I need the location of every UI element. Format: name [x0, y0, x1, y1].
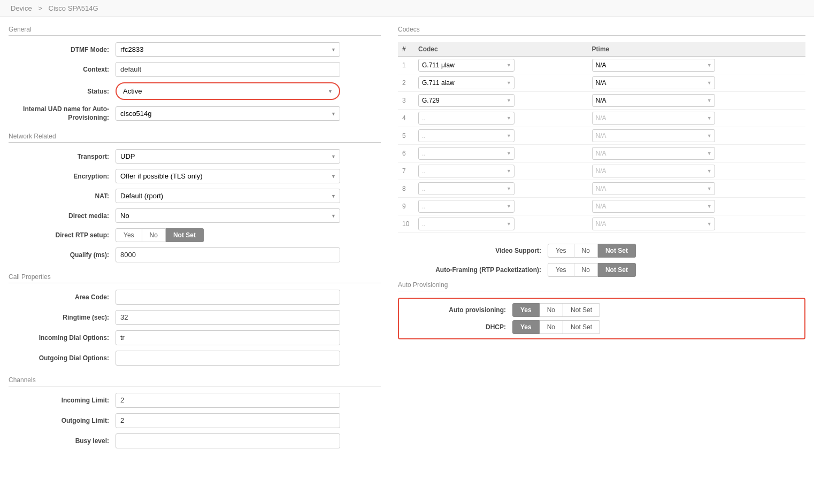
dtmf-row: DTMF Mode: rfc2833: [9, 42, 381, 57]
ptime-select-6[interactable]: N/A: [592, 147, 715, 160]
breadcrumb-part1[interactable]: Device: [11, 4, 32, 12]
codec-select-wrapper-5: ..: [418, 129, 514, 142]
uad-select[interactable]: cisco514g: [116, 106, 340, 121]
busy-level-value: [116, 433, 340, 448]
context-value: default: [116, 62, 340, 77]
codec-select-10[interactable]: ..: [418, 218, 514, 230]
codec-num-5: 5: [398, 127, 414, 145]
status-select-wrapper: Active: [119, 84, 337, 98]
context-row: Context: default: [9, 62, 381, 77]
ptime-select-5[interactable]: N/A: [592, 129, 715, 142]
dhcp-label: DHCP:: [405, 323, 512, 331]
direct-rtp-no[interactable]: No: [142, 228, 166, 242]
direct-rtp-yes[interactable]: Yes: [116, 228, 142, 242]
auto-prov-row: Auto provisioning: Yes No Not Set: [405, 303, 798, 317]
ptime-select-wrapper-6: N/A: [592, 147, 715, 160]
network-section-title: Network Related: [9, 133, 381, 143]
general-section: General DTMF Mode: rfc2833 Context: defa…: [9, 26, 381, 122]
codec-select-2[interactable]: G.711 alaw: [418, 76, 514, 89]
ptime-select-wrapper-3: N/A: [592, 94, 715, 107]
codec-select-3[interactable]: G.729: [418, 94, 514, 107]
auto-prov-btngroup: Yes No Not Set: [512, 303, 600, 317]
direct-media-row: Direct media: No: [9, 208, 381, 223]
ringtime-row: Ringtime (sec): 32: [9, 310, 381, 325]
autoframe-notset[interactable]: Not Set: [598, 263, 636, 277]
ptime-select-cell-7: N/A: [588, 162, 805, 180]
ptime-select-4[interactable]: N/A: [592, 112, 715, 125]
ptime-select-cell-4: N/A: [588, 110, 805, 127]
ptime-select-2[interactable]: N/A: [592, 76, 715, 89]
dhcp-btngroup: Yes No Not Set: [512, 320, 600, 334]
context-label: Context:: [9, 66, 116, 73]
codecs-section-title: Codecs: [398, 26, 805, 36]
ptime-select-cell-10: N/A: [588, 215, 805, 233]
codecs-section: Codecs # Codec Ptime 1G.711 μlawN/A2G.71…: [398, 26, 805, 233]
codec-select-5[interactable]: ..: [418, 129, 514, 142]
outgoing-limit-row: Outgoing Limit: 2: [9, 413, 381, 428]
ptime-select-9[interactable]: N/A: [592, 200, 715, 213]
video-support-label: Video Support:: [398, 247, 548, 254]
direct-rtp-notset[interactable]: Not Set: [166, 228, 204, 242]
codec-select-1[interactable]: G.711 μlaw: [418, 59, 514, 72]
codec-select-wrapper-9: ..: [418, 200, 514, 213]
dhcp-notset[interactable]: Not Set: [563, 320, 600, 334]
encryption-select[interactable]: Offer if possible (TLS only): [116, 169, 340, 183]
status-row: Status: Active: [9, 82, 381, 100]
codec-select-8[interactable]: ..: [418, 182, 514, 195]
video-notset[interactable]: Not Set: [598, 244, 636, 258]
ptime-select-cell-3: N/A: [588, 92, 805, 110]
codec-num-6: 6: [398, 145, 414, 162]
codec-row-1: 1G.711 μlawN/A: [398, 57, 805, 74]
outgoing-dial-label: Outgoing Dial Options:: [9, 354, 116, 362]
codec-select-wrapper-3: G.729: [418, 94, 514, 107]
video-yes[interactable]: Yes: [548, 244, 574, 258]
call-section-title: Call Properties: [9, 273, 381, 283]
codec-select-wrapper-10: ..: [418, 218, 514, 230]
codec-row-8: 8..N/A: [398, 180, 805, 198]
codec-select-9[interactable]: ..: [418, 200, 514, 213]
ptime-select-cell-9: N/A: [588, 198, 805, 215]
ptime-select-cell-2: N/A: [588, 74, 805, 92]
col-hash: #: [398, 42, 414, 57]
outgoing-dial-value: [116, 351, 340, 366]
auto-prov-notset[interactable]: Not Set: [563, 303, 600, 317]
status-select[interactable]: Active: [119, 84, 337, 98]
nat-select-wrapper: Default (rport): [116, 189, 340, 203]
dtmf-select[interactable]: rfc2833: [116, 42, 340, 57]
codec-select-4[interactable]: ..: [418, 112, 514, 125]
autoframe-no[interactable]: No: [574, 263, 598, 277]
ptime-select-1[interactable]: N/A: [592, 59, 715, 72]
codec-select-cell-1: G.711 μlaw: [414, 57, 588, 74]
auto-prov-section: Auto Provisioning Auto provisioning: Yes…: [398, 281, 805, 339]
ptime-select-10[interactable]: N/A: [592, 218, 715, 230]
dtmf-label: DTMF Mode:: [9, 46, 116, 53]
transport-select[interactable]: UDP: [116, 149, 340, 164]
codec-select-cell-4: ..: [414, 110, 588, 127]
ptime-select-cell-6: N/A: [588, 145, 805, 162]
autoframe-yes[interactable]: Yes: [548, 263, 574, 277]
ptime-select-7[interactable]: N/A: [592, 165, 715, 177]
codec-select-7[interactable]: ..: [418, 165, 514, 177]
breadcrumb: Device > Cisco SPA514G: [0, 0, 814, 17]
ptime-select-3[interactable]: N/A: [592, 94, 715, 107]
ptime-select-8[interactable]: N/A: [592, 182, 715, 195]
codec-select-cell-5: ..: [414, 127, 588, 145]
codec-select-6[interactable]: ..: [418, 147, 514, 160]
codec-row-7: 7..N/A: [398, 162, 805, 180]
status-control: Active: [116, 82, 340, 100]
auto-prov-yes[interactable]: Yes: [512, 303, 540, 317]
dhcp-yes[interactable]: Yes: [512, 320, 540, 334]
direct-media-label: Direct media:: [9, 212, 116, 220]
nat-select[interactable]: Default (rport): [116, 189, 340, 203]
general-section-title: General: [9, 26, 381, 36]
dhcp-no[interactable]: No: [540, 320, 563, 334]
auto-prov-no[interactable]: No: [540, 303, 563, 317]
col-codec: Codec: [414, 42, 588, 57]
encryption-label: Encryption:: [9, 173, 116, 180]
outgoing-limit-value: 2: [116, 413, 340, 428]
incoming-limit-value: 2: [116, 393, 340, 408]
auto-provisioning-box: Auto provisioning: Yes No Not Set DHCP: …: [398, 298, 805, 339]
video-no[interactable]: No: [574, 244, 598, 258]
ptime-select-wrapper-4: N/A: [592, 112, 715, 125]
direct-media-select[interactable]: No: [116, 208, 340, 223]
